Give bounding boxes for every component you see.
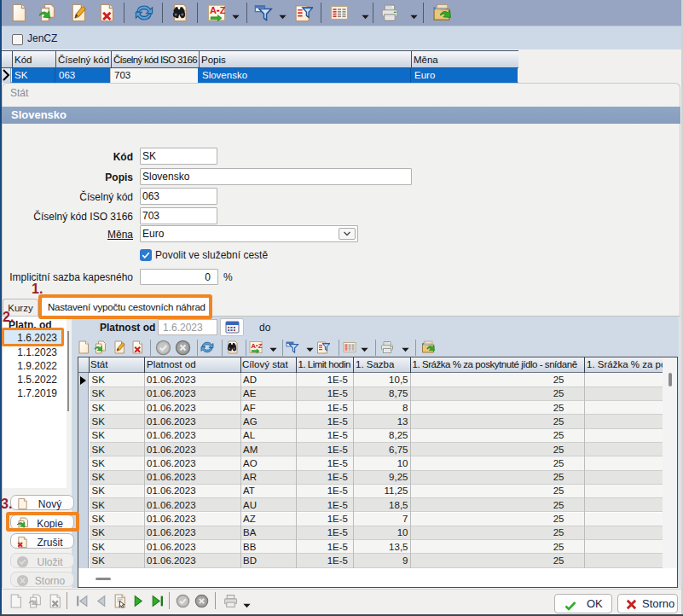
svg-text:Z: Z [220,5,226,15]
svg-text:A: A [251,342,256,350]
svg-text:A: A [210,5,217,15]
svg-text:Z: Z [258,342,263,350]
